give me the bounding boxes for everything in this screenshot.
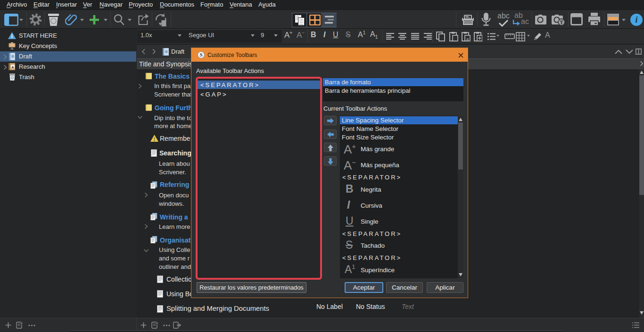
svg-text:a: a bbox=[466, 37, 469, 41]
svg-text:T: T bbox=[560, 20, 563, 25]
